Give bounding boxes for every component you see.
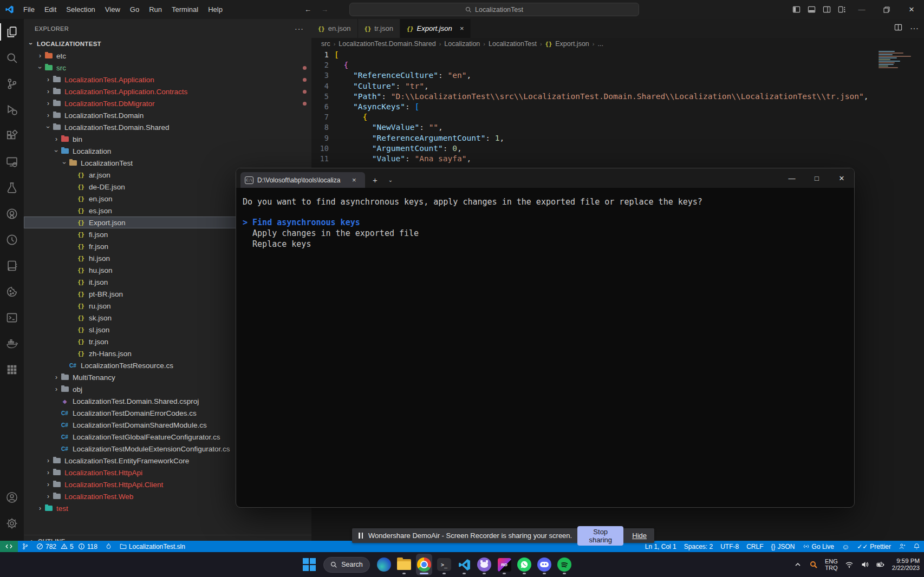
gitlens-icon[interactable] [0,227,24,253]
window-restore-icon[interactable] [874,0,899,19]
source-control-status[interactable] [18,541,32,552]
battery-icon[interactable] [876,560,885,569]
tab-export-json[interactable]: {}Export.json× [400,19,471,38]
terminal-option-1[interactable]: > Find asynchronous keys [243,217,848,228]
taskbar-app-spotify[interactable] [556,554,572,575]
code-line[interactable]: 10 "ArgumentCount": 0, [311,143,924,154]
explorer-icon[interactable] [0,19,24,45]
tree-item-localizationtest[interactable]: ›LocalizationTest [24,157,311,169]
tree-item-localizationtest-application-contracts[interactable]: ›LocalizationTest.Application.Contracts [24,86,311,97]
tree-item-localizationtest-domain[interactable]: ›LocalizationTest.Domain [24,109,311,121]
taskbar-app-edge[interactable] [376,554,392,575]
tree-item-etc[interactable]: ›etc [24,50,311,62]
terminal-maximize-icon[interactable]: □ [804,168,829,188]
toggle-secondary-sidebar-icon[interactable] [819,0,834,19]
cookie-icon[interactable] [0,279,24,305]
taskbar-search[interactable]: Search [323,557,370,573]
clock[interactable]: 9:59 PM 2/22/2023 [892,558,920,572]
taskbar-app-vscode[interactable] [456,554,472,575]
minimap[interactable] [879,51,916,69]
stop-sharing-button[interactable]: Stop sharing [577,526,623,546]
menu-run[interactable]: Run [144,0,167,19]
code-line[interactable]: 11 "Value": "Ana sayfa", [311,154,924,164]
go-live-status[interactable]: Go Live [799,541,838,552]
code-line[interactable]: 3 "ReferenceCulture": "en", [311,70,924,81]
eol-status[interactable]: CRLF [743,541,767,552]
tab-close-icon[interactable]: × [460,24,464,32]
terminal-panel-icon[interactable] [0,305,24,331]
docker-icon[interactable] [0,331,24,357]
prettier-status[interactable]: ✓✓Prettier [853,541,895,552]
tab-en-json[interactable]: {}en.json [311,19,358,38]
code-line[interactable]: 8 "NewValue": "", [311,122,924,133]
speaker-icon[interactable] [861,560,869,569]
code-editor[interactable]: 1[2 {3 "ReferenceCulture": "en",4 "Cultu… [311,50,924,164]
menu-view[interactable]: View [100,0,125,19]
taskbar-app-windows-terminal[interactable]: >_ [436,554,452,575]
notebook-icon[interactable] [0,253,24,279]
code-line[interactable]: 6 "AsyncKeys": [ [311,102,924,112]
taskbar-app-chrome[interactable] [416,554,432,575]
customize-layout-icon[interactable] [834,0,849,19]
code-line[interactable]: 4 "Culture": "tr", [311,81,924,91]
accounts-icon[interactable] [0,484,24,510]
menu-terminal[interactable]: Terminal [167,0,203,19]
taskbar-app-rider[interactable]: RD [496,554,512,575]
tree-item-localizationtest-application[interactable]: ›LocalizationTest.Application [24,74,311,86]
breadcrumb-item[interactable]: LocalizationTest.Domain.Shared [339,40,435,48]
tray-app-icon[interactable] [809,560,818,569]
code-line[interactable]: 7 { [311,112,924,122]
language-mode-status[interactable]: {}JSON [767,541,799,552]
menu-go[interactable]: Go [125,0,144,19]
code-line[interactable]: 9 "ReferenceArgumentCount": 1, [311,133,924,143]
tray-chevron-up-icon[interactable] [793,560,802,569]
taskbar-app-whatsapp[interactable] [516,554,532,575]
taskbar-app-github-desktop[interactable] [476,554,492,575]
tab-tr-json[interactable]: {}tr.json [358,19,400,38]
terminal-close-icon[interactable]: ✕ [829,168,854,188]
problems-status[interactable]: 782 5 118 [32,541,101,552]
terminal-dropdown-icon[interactable]: ⌄ [388,172,393,188]
split-editor-icon[interactable] [894,23,902,34]
github-icon[interactable] [0,201,24,227]
command-center-search[interactable]: LocalizationTest [349,3,639,16]
wifi-icon[interactable] [845,560,854,569]
start-button[interactable] [301,554,317,575]
run-debug-icon[interactable] [0,97,24,123]
solution-status[interactable]: LocalizationTest.sln [116,541,189,552]
window-minimize-icon[interactable]: — [849,0,874,19]
taskbar-app-discord[interactable] [536,554,552,575]
profile-status[interactable] [895,541,909,552]
tree-item-src[interactable]: ›src [24,62,311,74]
terminal-titlebar[interactable]: C:\ D:\Volosoft\abp\tools\localiza × + ⌄… [236,168,854,188]
terminal-minimize-icon[interactable]: — [779,168,804,188]
settings-gear-icon[interactable] [0,510,24,536]
terminal-option-2[interactable]: Apply changes in the exported file [243,228,848,239]
terminal-new-tab-icon[interactable]: + [373,172,378,188]
remote-explorer-icon[interactable] [0,149,24,175]
nav-back-icon[interactable]: ← [304,5,311,14]
menu-selection[interactable]: Selection [61,0,100,19]
source-control-icon[interactable] [0,71,24,97]
breadcrumb-item[interactable]: LocalizationTest [489,40,537,48]
terminal-option-3[interactable]: Replace keys [243,239,848,250]
apps-grid-icon[interactable] [0,357,24,383]
breadcrumb-item[interactable]: ... [597,40,603,48]
code-line[interactable]: 2 { [311,60,924,70]
hide-sharing-link[interactable]: Hide [632,532,647,540]
code-line[interactable]: 1[ [311,50,924,60]
tree-item-localizationtest-domain-shared[interactable]: ›LocalizationTest.Domain.Shared [24,121,311,133]
breadcrumb-item[interactable]: Export.json [555,40,589,48]
terminal-tab-close-icon[interactable]: × [352,176,356,184]
tree-item-bin[interactable]: ›bin [24,133,311,145]
editor-more-actions-icon[interactable]: ··· [910,24,919,34]
tree-item-localizationtest-dbmigrator[interactable]: ›LocalizationTest.DbMigrator [24,97,311,109]
encoding-status[interactable]: UTF-8 [717,541,743,552]
menu-edit[interactable]: Edit [40,0,61,19]
explorer-root-folder[interactable]: › LOCALIZATIONTEST [24,38,311,50]
window-close-icon[interactable]: ✕ [899,0,924,19]
nav-forward-icon[interactable]: → [321,5,328,14]
menu-help[interactable]: Help [203,0,227,19]
toggle-primary-sidebar-icon[interactable] [789,0,804,19]
testing-icon[interactable] [0,175,24,201]
